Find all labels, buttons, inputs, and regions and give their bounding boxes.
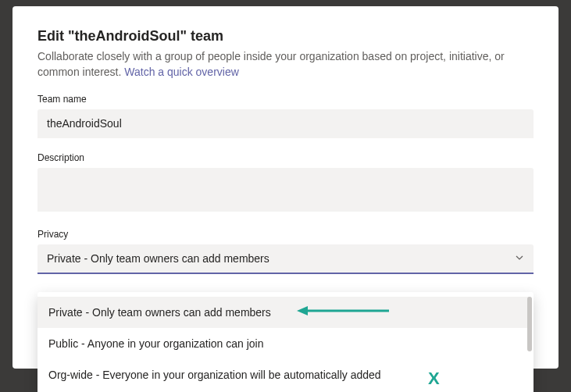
modal-title: Edit "theAndroidSoul" team (37, 28, 534, 45)
privacy-label: Privacy (37, 229, 534, 240)
privacy-option-private[interactable]: Private - Only team owners can add membe… (37, 297, 529, 328)
dropdown-scrollbar[interactable] (527, 297, 532, 351)
watch-overview-link[interactable]: Watch a quick overview (124, 66, 239, 78)
description-label: Description (37, 152, 534, 163)
description-field: Description (37, 152, 534, 229)
modal-description: Collaborate closely with a group of peop… (37, 49, 534, 80)
chevron-down-icon (515, 252, 524, 265)
privacy-option-orgwide[interactable]: Org-wide - Everyone in your organization… (37, 359, 529, 390)
team-name-label: Team name (37, 94, 534, 105)
description-input[interactable] (37, 168, 534, 212)
description-text: Collaborate closely with a group of peop… (37, 50, 505, 78)
team-name-input[interactable] (37, 109, 534, 138)
privacy-selected-value: Private - Only team owners can add membe… (47, 252, 269, 265)
privacy-option-public[interactable]: Public - Anyone in your organization can… (37, 328, 529, 359)
privacy-dropdown: Private - Only team owners can add membe… (37, 292, 534, 392)
privacy-select[interactable]: Private - Only team owners can add membe… (37, 244, 534, 274)
privacy-field: Privacy Private - Only team owners can a… (37, 229, 534, 274)
edit-team-modal: Edit "theAndroidSoul" team Collaborate c… (12, 6, 559, 369)
team-name-field: Team name (37, 94, 534, 152)
